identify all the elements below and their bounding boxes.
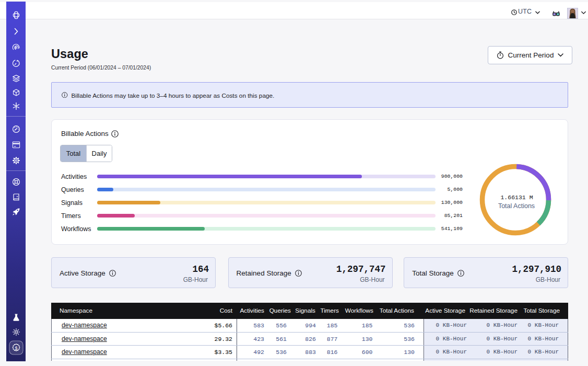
svg-text:$: $ (15, 346, 17, 351)
